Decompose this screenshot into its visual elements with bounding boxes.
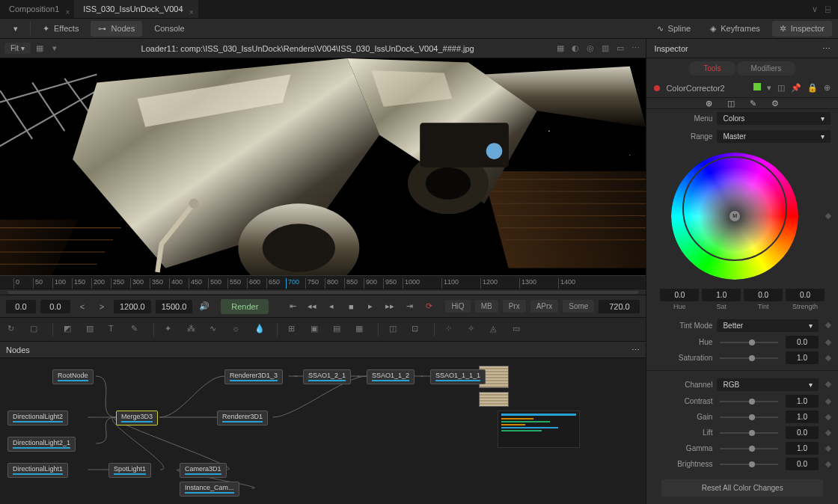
range-start[interactable]: 1200.0 [114,300,151,313]
next-key-icon[interactable]: > [94,299,109,314]
loop-icon[interactable]: ⟳ [421,299,436,314]
stop-icon[interactable]: ■ [343,299,358,314]
node-ssao112[interactable]: SSAO1_1_2 [367,369,415,384]
node-cam[interactable]: Camera3D1 [180,463,227,478]
slider-value[interactable]: 0.0 [786,458,819,470]
text-icon[interactable]: T [108,324,120,336]
aprx-button[interactable]: APrx [530,300,559,313]
wheel-center[interactable]: M [730,211,740,221]
keyframe-diamond[interactable] [825,355,831,361]
close-icon[interactable]: × [65,4,70,22]
slider-thumb[interactable] [749,461,755,467]
light-icon[interactable]: ◬ [490,324,502,336]
slider-thumb[interactable] [749,414,755,420]
keyframe-diamond[interactable] [825,381,831,387]
fps-display[interactable]: 720.0 [599,300,640,313]
console-button[interactable]: Console [147,21,192,36]
enable-dot[interactable] [654,85,660,91]
step-back-icon[interactable]: ◂◂ [305,299,319,314]
tab-iss[interactable]: ISS_030_IssUnDock_V004 × [74,0,198,18]
fit-dropdown[interactable]: Fit ▾ [4,43,31,54]
overview[interactable] [498,411,580,448]
more-icon[interactable]: ⋯ [629,43,641,55]
hand-icon[interactable]: ↻ [7,324,19,336]
pin-icon[interactable]: 📌 [791,83,801,93]
slider-track[interactable] [720,342,778,343]
more-icon[interactable]: ⋯ [631,342,640,357]
slider-track[interactable] [720,432,778,434]
keyframe-diamond[interactable] [825,461,831,467]
node-ssao1111[interactable]: SSAO1_1_1_1 [430,369,486,384]
brightness-icon[interactable]: ☼ [232,324,244,336]
chevron-down-icon[interactable]: ▾ [49,43,61,55]
readout-value[interactable]: 0.0 [744,289,783,301]
layout-icon[interactable]: ▦ [34,43,46,55]
matte-icon[interactable]: ▤ [333,324,345,336]
stereo-icon[interactable]: ◎ [584,43,596,55]
nodes-button[interactable]: ⊶ Nodes [91,21,142,37]
slider-value[interactable]: 1.0 [786,351,819,364]
chevron-down-icon[interactable]: ▾ [767,83,771,93]
time-current[interactable]: 0.0 [40,300,70,313]
tab-tools[interactable]: Tools [688,61,735,76]
goto-start-icon[interactable]: ⇤ [285,299,300,314]
more-icon[interactable]: ⋯ [822,39,831,58]
spline-button[interactable]: ∿ Spline [649,21,699,37]
node-dl2[interactable]: DirectionalLight2 [7,411,68,425]
mask-icon[interactable]: ▦ [355,324,367,336]
node-ssao121[interactable]: SSAO1_2_1 [303,369,351,384]
close-icon[interactable]: × [189,4,194,22]
levels-tab-icon[interactable]: ◫ [727,99,735,108]
channel-icon[interactable]: ◐ [569,43,581,55]
readout-value[interactable]: 0.0 [660,289,699,301]
inspector-button[interactable]: ✲ Inspector [772,21,832,37]
node-merge[interactable]: Merge3D3 [116,411,158,425]
render-button[interactable]: Render [221,299,269,314]
crop-icon[interactable]: ◫ [389,324,401,336]
single-icon[interactable]: ▭ [614,43,626,55]
step-fwd-icon[interactable]: ▸▸ [382,299,397,314]
slider-value[interactable]: 0.0 [786,426,819,439]
nodes-area[interactable]: RootNodeDirectionalLight2DirectionalLigh… [0,357,646,504]
node-r3d13[interactable]: Renderer3D1_3 [224,369,283,384]
xf-icon[interactable]: ▣ [311,324,322,336]
timeline-ruler[interactable]: 0501001502002503003504004505005506006507… [0,275,646,289]
goto-end-icon[interactable]: ⇥ [402,299,417,314]
slider-thumb[interactable] [749,355,755,361]
curves-tab-icon[interactable]: ✎ [750,99,756,108]
hiq-button[interactable]: HiQ [445,300,470,313]
viewer[interactable] [0,58,646,275]
range-end[interactable]: 1500.0 [156,300,193,313]
node-root[interactable]: RootNode [52,369,94,384]
node-dl21[interactable]: DirectionalLight2_1 [7,437,76,452]
thumbnail[interactable] [479,392,509,407]
reset-button[interactable]: Reset All Color Changes [661,479,823,497]
slider-track[interactable] [720,417,778,418]
play-icon[interactable]: ▸ [363,299,378,314]
grid-icon[interactable]: ▦ [554,43,566,55]
slider-track[interactable] [720,448,778,449]
slider-thumb[interactable] [749,446,755,452]
split-icon[interactable]: ▥ [599,43,611,55]
channel-dropdown[interactable]: RGB▾ [717,378,819,391]
play-reverse-icon[interactable]: ◂ [324,299,339,314]
lock-icon[interactable]: 🔒 [807,83,818,93]
dropdown-icon[interactable]: ▾ [6,21,25,37]
brush-icon[interactable]: ✎ [131,324,143,336]
keyframe-diamond[interactable] [825,322,831,328]
some-button[interactable]: Some [563,300,594,313]
paint-icon[interactable]: ▨ [86,324,98,336]
reset-icon[interactable]: ⊕ [824,83,831,93]
menu-dropdown[interactable]: Colors▾ [717,112,831,125]
scrollbar[interactable] [7,291,638,294]
slider-track[interactable] [720,401,778,402]
settings-tab-icon[interactable]: ⚙ [771,99,779,108]
node-dl1[interactable]: DirectionalLight1 [7,463,68,478]
gradient-icon[interactable]: ◩ [64,324,76,336]
keyframe-diamond[interactable] [825,213,831,219]
range-dropdown[interactable]: Master▾ [717,130,831,143]
mb-button[interactable]: MB [475,300,498,313]
path-icon[interactable]: ∿ [210,324,221,336]
slider-thumb[interactable] [749,339,755,345]
slider-value[interactable]: 1.0 [786,411,819,423]
